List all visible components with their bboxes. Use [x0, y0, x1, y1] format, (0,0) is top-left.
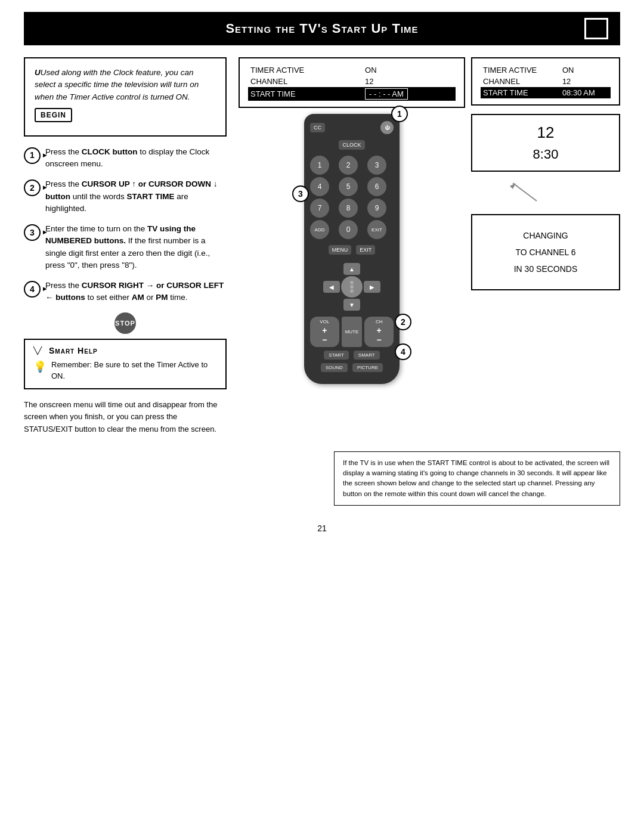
exit-button[interactable]: EXIT: [367, 220, 386, 239]
page-number: 21: [24, 524, 620, 533]
svg-line-0: [513, 183, 537, 201]
num-1-button[interactable]: 1: [310, 156, 329, 175]
start-button[interactable]: START: [324, 351, 348, 360]
nav-right-button[interactable]: ▶: [364, 281, 380, 293]
num-2-button[interactable]: 2: [339, 156, 358, 175]
screen2-label-1: TIMER ACTIVE: [481, 64, 560, 76]
remote-nav-down-row: ▼: [343, 299, 360, 311]
step-3-text: Enter the time to turn on the TV using t…: [45, 223, 227, 271]
step-1: 1 Press the CLOCK button to display the …: [24, 146, 227, 171]
screen2-row-1: TIMER ACTIVE ON: [481, 64, 611, 76]
nav-down-button[interactable]: ▼: [343, 299, 360, 311]
screen1-value-1: ON: [363, 64, 456, 76]
vol-label: VOL: [320, 319, 329, 324]
step-4: 4 Press the CURSOR RIGHT → or CURSOR LEF…: [24, 280, 227, 304]
center-right: TIMER ACTIVE ON CHANNEL 12 START TIME: [239, 57, 620, 436]
picture-button[interactable]: PICTURE: [352, 363, 383, 372]
screen1-row-2: CHANNEL 12: [248, 76, 456, 87]
screen2-value-2: 12: [560, 76, 611, 87]
remote-wrapper: CC ⏻ CLOCK 1 2 3 4 5 6: [304, 114, 400, 384]
left-column: UUsed along with the Clock feature, you …: [24, 57, 227, 436]
num-0-button[interactable]: 0: [339, 220, 358, 239]
screen1-row-3: START TIME - - : - - AM: [248, 87, 456, 101]
header-box: [584, 18, 608, 39]
nav-dot-3: [350, 289, 354, 293]
step-2-number: 2: [24, 179, 41, 196]
cc-button[interactable]: CC: [310, 123, 325, 132]
screen1-row-1: TIMER ACTIVE ON: [248, 64, 456, 76]
step-3: 3 Enter the time to turn on the TV using…: [24, 223, 227, 271]
warn-line-3: IN 30 SECONDS: [481, 261, 611, 277]
smart-button[interactable]: SMART: [354, 351, 380, 360]
nav-left-button[interactable]: ◀: [323, 281, 340, 293]
screen1-label-3: START TIME: [248, 87, 363, 101]
remote-sound-pic-row: SOUND PICTURE: [310, 363, 394, 372]
remote-numpad: 1 2 3 4 5 6 7 8 9 ADD 0 EXIT: [310, 156, 394, 239]
svg-marker-1: [510, 183, 516, 189]
page-header: Setting the TV's Start Up Time: [24, 12, 620, 45]
screen-panel-before: TIMER ACTIVE ON CHANNEL 12 START TIME: [239, 57, 465, 108]
arrow-section: [471, 180, 620, 206]
remote-nav-up-row: ▲: [343, 263, 360, 275]
screen1-label-1: TIMER ACTIVE: [248, 64, 363, 76]
remote-vol-row: VOL +− MUTE CH +−: [310, 317, 394, 347]
exit-nav-button[interactable]: EXIT: [356, 245, 375, 255]
nav-up-button[interactable]: ▲: [343, 263, 360, 275]
center-column: TIMER ACTIVE ON CHANNEL 12 START TIME: [239, 57, 465, 384]
num-7-button[interactable]: 7: [310, 199, 329, 218]
num-3-button[interactable]: 3: [367, 156, 386, 175]
onscreen-instructions: The onscreen menu will time out and disa…: [24, 399, 227, 436]
channel-change-warning: CHANGING TO CHANNEL 6 IN 30 SECONDS: [471, 214, 620, 290]
num-6-button[interactable]: 6: [367, 177, 386, 196]
screen2-label-3: START TIME: [481, 87, 560, 98]
smart-help-text: 💡 Remember: Be sure to set the Timer Act…: [33, 359, 217, 382]
channel-time: 8:30: [481, 147, 611, 162]
clock-button[interactable]: CLOCK: [339, 140, 364, 150]
power-button[interactable]: ⏻: [380, 121, 394, 134]
page: Setting the TV's Start Up Time UUsed alo…: [0, 0, 644, 833]
channel-number: 12: [481, 123, 611, 142]
vol-button[interactable]: VOL +−: [310, 317, 339, 347]
warn-line-1: CHANGING: [481, 227, 611, 244]
num-9-button[interactable]: 9: [367, 199, 386, 218]
screen2-row-3: START TIME 08:30 AM: [481, 87, 611, 98]
arrow-icon: [507, 180, 543, 204]
remote: CC ⏻ CLOCK 1 2 3 4 5 6: [304, 114, 400, 384]
intro-box: UUsed along with the Clock feature, you …: [24, 57, 227, 137]
sound-button[interactable]: SOUND: [321, 363, 348, 372]
screen1-value-2: 12: [363, 76, 456, 87]
remote-start-smart-row: START SMART: [310, 351, 394, 360]
smart-help-content: Remember: Be sure to set the Timer Activ…: [51, 359, 217, 382]
step-3-number: 3: [24, 224, 41, 241]
mute-button[interactable]: MUTE: [342, 317, 363, 347]
smart-help-slash-icon: ╲╱: [33, 346, 42, 355]
screen2-value-3: 08:30 AM: [560, 87, 611, 98]
stop-badge: STOP: [114, 312, 136, 334]
page-title: Setting the TV's Start Up Time: [60, 21, 584, 36]
smart-help-box: ╲╱ Smart Help 💡 Remember: Be sure to set…: [24, 339, 227, 389]
callout-4: 4: [395, 343, 411, 360]
vol-plus-minus: +−: [322, 326, 327, 345]
nav-dot-2: [350, 285, 354, 289]
screen2-value-1: ON: [560, 64, 611, 76]
bottom-note: If the TV is in use when the START TIME …: [334, 451, 620, 506]
main-layout: UUsed along with the Clock feature, you …: [24, 57, 620, 436]
callout-2: 2: [395, 314, 411, 330]
num-5-button[interactable]: 5: [339, 177, 358, 196]
smart-help-title: Smart Help: [49, 346, 98, 355]
intro-text: UUsed along with the Clock feature, you …: [35, 67, 216, 103]
add-button[interactable]: ADD: [310, 220, 329, 239]
num-8-button[interactable]: 8: [339, 199, 358, 218]
screen2-label-2: CHANNEL: [481, 76, 560, 87]
screen-after-time: TIMER ACTIVE ON CHANNEL 12 START TIME 08…: [471, 57, 620, 106]
ch-plus-minus: +−: [377, 326, 382, 345]
warn-line-2: TO CHANNEL 6: [481, 244, 611, 261]
ch-button[interactable]: CH +−: [364, 317, 394, 347]
screen1-label-2: CHANNEL: [248, 76, 363, 87]
num-4-button[interactable]: 4: [310, 177, 329, 196]
step-2-text: Press the CURSOR UP ↑ or CURSOR DOWN ↓ b…: [45, 178, 227, 215]
step-1-text: Press the CLOCK button to display the Cl…: [45, 146, 227, 171]
channel-time-display: 12 8:30: [471, 114, 620, 172]
nav-dot-1: [350, 281, 354, 284]
menu-button[interactable]: MENU: [329, 245, 352, 255]
